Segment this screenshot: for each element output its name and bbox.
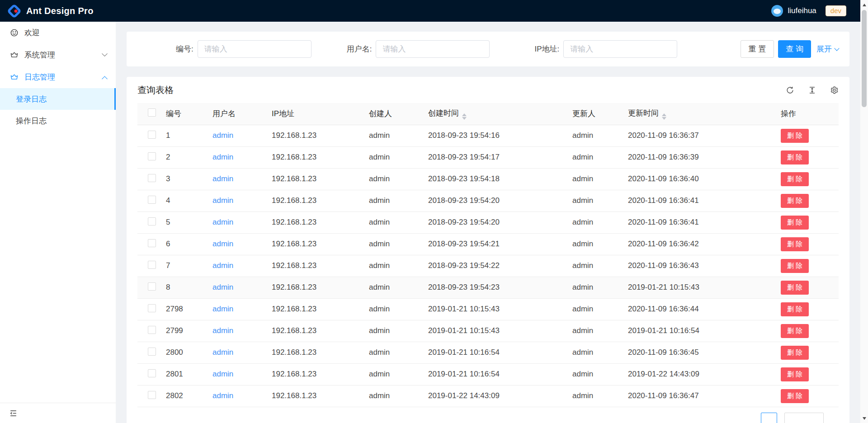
delete-button[interactable]: 删 除 [781,194,809,208]
username-link[interactable]: admin [212,196,233,205]
username-link[interactable]: admin [212,391,233,400]
reset-button[interactable]: 重 置 [741,40,774,58]
column-header[interactable]: 更新时间 [625,103,778,125]
delete-button[interactable]: 删 除 [781,346,809,360]
username-link[interactable]: admin [212,305,233,313]
row-checkbox[interactable] [148,152,156,160]
delete-button[interactable]: 删 除 [781,237,809,251]
row-checkbox[interactable] [148,239,156,247]
sorter-icon[interactable] [662,113,666,120]
row-checkbox[interactable] [148,282,156,291]
table-row: 2799admin192.168.1.23admin2019-01-21 10:… [137,320,839,342]
delete-button[interactable]: 删 除 [781,367,809,381]
ip-cell: 192.168.1.23 [269,255,366,277]
delete-button[interactable]: 删 除 [781,302,809,316]
row-checkbox[interactable] [148,131,156,139]
crown-icon [10,51,19,59]
ant-design-logo-icon [7,4,22,19]
id-cell: 1 [163,125,209,146]
column-height-icon[interactable] [808,86,816,94]
expand-link[interactable]: 展开 [816,44,839,54]
created-at-cell: 2019-01-21 10:16:54 [425,363,569,385]
username-link[interactable]: admin [212,218,233,226]
username-link[interactable]: admin [212,348,233,357]
smile-icon [10,28,19,37]
scrollbar-track[interactable] [860,0,868,423]
user-name[interactable]: liufeihua [788,6,816,15]
ip-cell: 192.168.1.23 [269,190,366,212]
username-link[interactable]: admin [212,326,233,335]
creator-cell: admin [366,146,425,168]
sidebar-item-log-mgmt[interactable]: 日志管理 [0,66,116,88]
select-all-checkbox[interactable] [148,108,156,117]
reload-icon[interactable] [786,86,794,94]
delete-button[interactable]: 删 除 [781,281,809,295]
row-checkbox[interactable] [148,196,156,204]
row-checkbox[interactable] [148,348,156,356]
delete-button[interactable]: 删 除 [781,259,809,273]
sidebar-item-system-mgmt[interactable]: 系统管理 [0,44,116,66]
sidebar-subitem-login-log[interactable]: 登录日志 [0,88,116,110]
delete-button[interactable]: 删 除 [781,216,809,230]
delete-button[interactable]: 删 除 [781,129,809,143]
updater-cell: admin [569,277,625,298]
updated-at-cell: 2020-11-09 16:36:47 [625,385,778,407]
delete-button[interactable]: 删 除 [781,324,809,338]
row-checkbox[interactable] [148,217,156,226]
creator-cell: admin [366,277,425,298]
username-link[interactable]: admin [212,174,233,183]
table-row: 2802admin192.168.1.23admin2019-01-22 14:… [137,385,839,407]
sorter-icon[interactable] [462,113,467,120]
username-link[interactable]: admin [212,370,233,378]
username-link[interactable]: admin [212,153,233,161]
username-field-label: 用户名: [347,44,372,54]
row-checkbox[interactable] [148,326,156,334]
id-cell: 2 [163,146,209,168]
row-checkbox[interactable] [148,174,156,182]
pagination-page-size-select[interactable] [784,413,824,423]
creator-cell: admin [366,233,425,255]
search-button[interactable]: 查 询 [778,40,811,58]
ip-cell: 192.168.1.23 [269,168,366,190]
menu-fold-icon[interactable] [9,409,18,418]
updater-cell: admin [569,125,625,146]
row-checkbox[interactable] [148,304,156,312]
row-checkbox[interactable] [148,391,156,399]
row-checkbox[interactable] [148,261,156,269]
username-link[interactable]: admin [212,131,233,140]
row-checkbox[interactable] [148,369,156,377]
delete-button[interactable]: 删 除 [781,172,809,186]
sidebar-subitem-operation-log[interactable]: 操作日志 [0,110,116,132]
username-link[interactable]: admin [212,240,233,248]
updated-at-cell: 2019-01-22 14:43:09 [625,363,778,385]
table-row: 8admin192.168.1.23admin2018-09-23 19:54:… [137,277,839,298]
table-row: 3admin192.168.1.23admin2018-09-23 19:54:… [137,168,839,190]
creator-cell: admin [366,385,425,407]
username-link[interactable]: admin [212,283,233,291]
delete-button[interactable]: 删 除 [781,389,809,403]
scrollbar-thumb[interactable] [862,10,867,107]
updated-at-cell: 2020-11-09 16:36:44 [625,298,778,320]
pagination-page-1[interactable] [761,413,777,423]
settings-gear-icon[interactable] [830,86,839,94]
updater-cell: admin [569,255,625,277]
id-field-input[interactable] [198,40,311,58]
delete-button[interactable]: 删 除 [781,150,809,164]
creator-cell: admin [366,342,425,363]
user-avatar[interactable] [771,5,783,17]
ip-cell: 192.168.1.23 [269,363,366,385]
username-link[interactable]: admin [212,261,233,270]
ip-field-input[interactable] [563,40,677,58]
scrollbar-down-arrow[interactable] [860,414,868,422]
scrollbar-up-arrow[interactable] [860,1,868,9]
creator-cell: admin [366,190,425,212]
created-at-cell: 2019-01-21 10:15:43 [425,298,569,320]
sidebar-footer [0,403,116,423]
column-header[interactable]: 创建时间 [425,103,569,125]
username-field-input[interactable] [376,40,490,58]
table-row: 7admin192.168.1.23admin2018-09-23 19:54:… [137,255,839,277]
table-row: 2admin192.168.1.23admin2018-09-23 19:54:… [137,146,839,168]
sidebar-item-welcome[interactable]: 欢迎 [0,22,116,44]
updater-cell: admin [569,385,625,407]
updated-at-cell: 2020-11-09 16:36:45 [625,342,778,363]
